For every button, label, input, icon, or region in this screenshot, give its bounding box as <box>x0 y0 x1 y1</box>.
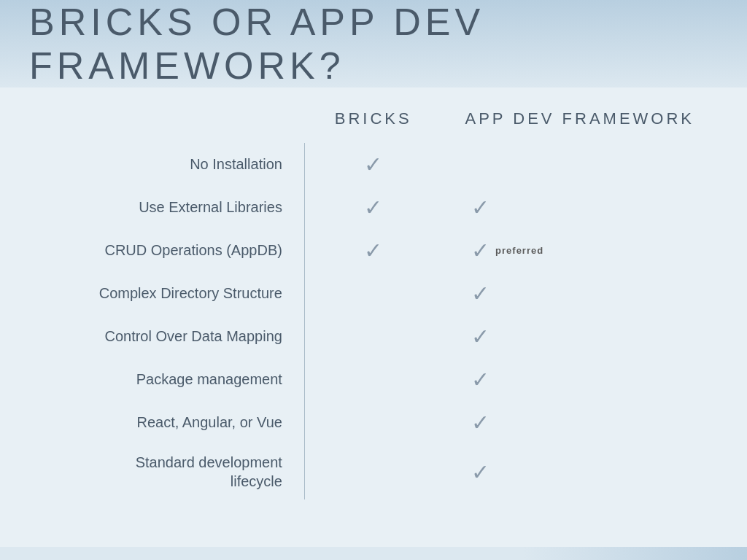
bricks-check-cell: ✓ <box>304 186 442 229</box>
adf-check-wrap: ✓ <box>471 195 710 220</box>
adf-check-cell: ✓preferred <box>442 229 717 272</box>
adf-check-cell: ✓ <box>442 401 717 444</box>
adf-check-cell <box>442 143 717 186</box>
feature-label: React, Angular, or Vue <box>29 401 304 444</box>
checkmark-icon: ✓ <box>471 459 489 485</box>
bricks-check-cell <box>304 315 442 358</box>
feature-label: Package management <box>29 358 304 401</box>
comparison-table: BRICKS APP DEV FRAMEWORK No Installation… <box>29 109 718 499</box>
adf-check-cell: ✓ <box>442 358 717 401</box>
adf-check-cell: ✓ <box>442 444 717 499</box>
header-band: BRICKS OR APP DEV FRAMEWORK? <box>0 0 747 88</box>
adf-check-wrap: ✓ <box>471 281 710 306</box>
page-title: BRICKS OR APP DEV FRAMEWORK? <box>29 0 718 88</box>
bricks-column-header: BRICKS <box>304 109 442 143</box>
bricks-check-cell <box>304 358 442 401</box>
table-row: Control Over Data Mapping✓ <box>29 315 718 358</box>
adf-check-cell: ✓ <box>442 315 717 358</box>
adf-check-cell: ✓ <box>442 186 717 229</box>
feature-label: No Installation <box>29 143 304 186</box>
table-row: No Installation✓ <box>29 143 718 186</box>
table-row: Package management✓ <box>29 358 718 401</box>
feature-label: Use External Libraries <box>29 186 304 229</box>
table-row: Complex Directory Structure✓ <box>29 272 718 315</box>
bricks-check-cell: ✓ <box>304 143 442 186</box>
table-row: Use External Libraries✓✓ <box>29 186 718 229</box>
feature-label: Standard developmentlifecycle <box>29 444 304 499</box>
feature-label: Complex Directory Structure <box>29 272 304 315</box>
adf-check-wrap: ✓ <box>471 324 710 349</box>
adf-check-cell: ✓ <box>442 272 717 315</box>
checkmark-icon: ✓ <box>471 195 489 220</box>
adf-column-header: APP DEV FRAMEWORK <box>442 109 717 143</box>
checkmark-icon: ✓ <box>364 195 382 220</box>
table-row: CRUD Operations (AppDB)✓✓preferred <box>29 229 718 272</box>
preferred-label: preferred <box>495 245 543 256</box>
bricks-check-cell <box>304 272 442 315</box>
adf-check-wrap: ✓preferred <box>471 238 710 263</box>
checkmark-icon: ✓ <box>364 152 382 177</box>
feature-label: Control Over Data Mapping <box>29 315 304 358</box>
checkmark-icon: ✓ <box>471 238 489 263</box>
checkmark-icon: ✓ <box>364 238 382 263</box>
checkmark-icon: ✓ <box>471 324 489 349</box>
feature-label: CRUD Operations (AppDB) <box>29 229 304 272</box>
checkmark-icon: ✓ <box>471 281 489 306</box>
bricks-check-cell <box>304 444 442 499</box>
table-row: Standard developmentlifecycle✓ <box>29 444 718 499</box>
bottom-band <box>0 547 747 560</box>
feature-column-header <box>29 109 304 143</box>
checkmark-icon: ✓ <box>471 367 489 392</box>
content-area: BRICKS APP DEV FRAMEWORK No Installation… <box>0 88 747 560</box>
adf-check-wrap: ✓ <box>471 459 710 485</box>
adf-check-wrap: ✓ <box>471 367 710 392</box>
table-row: React, Angular, or Vue✓ <box>29 401 718 444</box>
bricks-check-cell <box>304 401 442 444</box>
adf-check-wrap: ✓ <box>471 410 710 435</box>
checkmark-icon: ✓ <box>471 410 489 435</box>
bricks-check-cell: ✓ <box>304 229 442 272</box>
